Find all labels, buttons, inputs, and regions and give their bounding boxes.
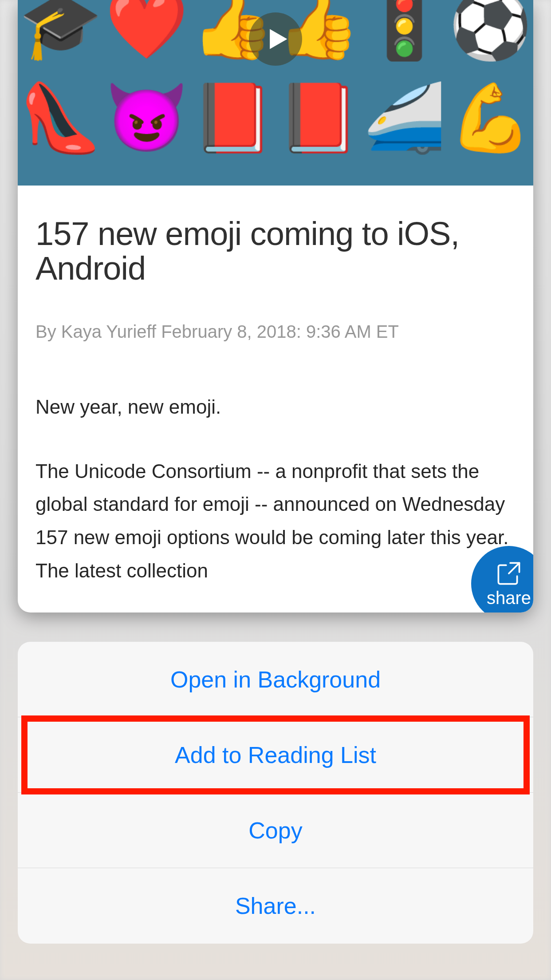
emoji-red-book-icon: 📕 [277, 84, 360, 151]
hero-video-thumbnail[interactable]: 🎓 ❤️ 👍 👍 🚦 ⚽ 👠 😈 📕 📕 🚄 💪 [18, 0, 533, 186]
share-external-icon [495, 560, 523, 587]
article-paragraph: The Unicode Consortium -- a nonprofit th… [35, 455, 516, 588]
open-in-background-button[interactable]: Open in Background [18, 642, 533, 717]
share-button[interactable]: Share... [18, 868, 533, 944]
emoji-red-book-icon: 📕 [191, 84, 274, 151]
play-icon [265, 27, 290, 51]
emoji-heart-icon: ❤️ [105, 0, 188, 58]
emoji-high-heel-icon: 👠 [19, 84, 102, 151]
play-button[interactable] [249, 12, 302, 66]
add-to-reading-list-button[interactable]: Add to Reading List [18, 717, 533, 793]
article-paragraph: New year, new emoji. [35, 391, 516, 424]
article-headline: 157 new emoji coming to iOS, Android [35, 217, 516, 286]
article-body: 157 new emoji coming to iOS, Android By … [18, 186, 533, 588]
emoji-devil-icon: 😈 [105, 84, 188, 151]
share-fab-label: share [487, 588, 531, 608]
emoji-flexed-biceps-icon: 💪 [449, 84, 532, 151]
emoji-grad-cap-icon: 🎓 [19, 0, 102, 58]
context-action-sheet: Open in Background Add to Reading List C… [18, 642, 533, 944]
emoji-soccer-ball-icon: ⚽ [449, 0, 532, 58]
svg-marker-0 [270, 29, 287, 49]
link-preview-card: 🎓 ❤️ 👍 👍 🚦 ⚽ 👠 😈 📕 📕 🚄 💪 157 new emoji c… [18, 0, 533, 612]
article-byline: By Kaya Yurieff February 8, 2018: 9:36 A… [35, 322, 516, 342]
emoji-traffic-light-icon: 🚦 [363, 0, 446, 58]
copy-button[interactable]: Copy [18, 793, 533, 868]
svg-line-1 [509, 563, 520, 573]
emoji-train-icon: 🚄 [363, 84, 446, 151]
